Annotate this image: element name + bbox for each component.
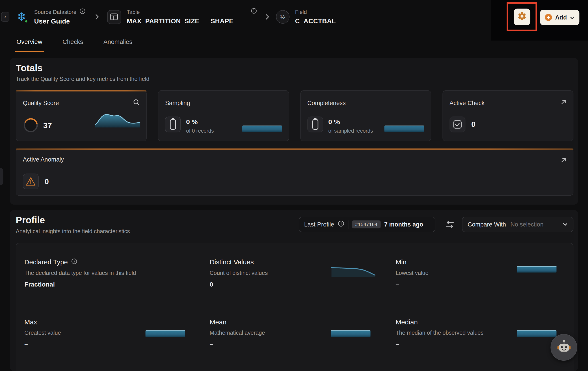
breadcrumb-field: Field C_ACCTBAL [295, 9, 336, 25]
metric-desc: The median of the observed values [396, 330, 508, 336]
metric-min: Min Lowest value – [396, 258, 508, 288]
profile-metrics-card: Declared Type The declared data type for… [16, 243, 573, 371]
sampling-value: 0 % [186, 118, 198, 126]
quality-score-value: 37 [43, 121, 52, 130]
external-link-icon[interactable] [560, 157, 567, 165]
plus-icon: + [545, 14, 552, 21]
external-link-icon[interactable] [560, 99, 567, 107]
table-icon [107, 10, 121, 24]
breadcrumb-source: Source Datastore User Guide [34, 8, 85, 26]
battery-icon [312, 119, 318, 130]
battery-icon [170, 119, 176, 130]
tab-checks[interactable]: Checks [62, 37, 84, 52]
profile-time-ago: 7 months ago [384, 221, 423, 228]
last-profile-label: Last Profile [304, 221, 334, 228]
add-button[interactable]: + Add [540, 10, 579, 25]
metric-value: – [24, 341, 137, 348]
max-sparkline [146, 330, 185, 337]
totals-title: Totals [16, 62, 42, 73]
profile-subtitle: Analytical insights into the field chara… [16, 228, 130, 234]
metric-value: – [396, 341, 508, 348]
breadcrumb-table: Table MAX_PARTITION_SIZE___SHAPE [126, 9, 233, 25]
metric-name: Min [396, 258, 407, 266]
tab-anomalies[interactable]: Anomalies [103, 37, 133, 52]
collapse-sidebar-button[interactable]: ‹ [1, 12, 10, 22]
profile-run-id-badge: #1547164 [352, 220, 380, 228]
field-type-icon: ½ [276, 10, 289, 23]
compare-with-value: No selection [510, 221, 543, 228]
completeness-icon-box [307, 116, 323, 132]
quality-score-sparkline [94, 111, 141, 130]
source-name[interactable]: User Guide [34, 18, 85, 26]
metric-name: Mean [210, 318, 226, 326]
active-anomaly-label: Active Anomaly [23, 156, 64, 163]
sampling-sparkline [242, 126, 282, 132]
sampling-label: Sampling [165, 100, 190, 106]
metric-name: Distinct Values [210, 258, 254, 266]
table-name[interactable]: MAX_PARTITION_SIZE___SHAPE [126, 17, 233, 25]
last-profile-info-icon[interactable] [338, 220, 344, 228]
completeness-value: 0 % [328, 118, 340, 126]
active-check-value: 0 [471, 120, 475, 129]
datastore-status-dot [24, 20, 28, 23]
info-icon[interactable] [71, 258, 77, 266]
totals-cards-row: Quality Score 37 Sampling [16, 90, 573, 141]
warning-triangle-icon-box [23, 174, 39, 189]
totals-section: Totals Track the Quality Score and key m… [10, 58, 578, 205]
active-anomaly-value: 0 [45, 177, 49, 186]
tab-overview[interactable]: Overview [16, 37, 43, 52]
metric-desc: The declared data type for values in thi… [24, 269, 137, 276]
active-check-card: Active Check 0 [442, 90, 573, 141]
completeness-card: Completeness 0 % of sampled records [300, 90, 431, 141]
gear-icon [517, 11, 527, 22]
metric-max: Max Greatest value – [24, 318, 137, 348]
active-check-label: Active Check [450, 100, 484, 106]
completeness-sparkline [384, 126, 424, 132]
compare-runs-icon[interactable] [445, 220, 455, 230]
metric-mean: Mean Mathematical average – [210, 318, 322, 348]
profile-section: Profile Analytical insights into the fie… [10, 210, 578, 371]
check-square-icon-box [450, 116, 465, 132]
compare-with-label: Compare With [468, 221, 506, 228]
table-info-icon[interactable] [251, 8, 257, 15]
sampling-caption: of 0 records [186, 128, 214, 134]
compare-with-dropdown[interactable]: Compare With No selection [462, 217, 573, 232]
app-root: ‹ ❄ Source Datastore User Guide Table MA… [0, 0, 588, 371]
breadcrumb: ‹ ❄ Source Datastore User Guide Table MA… [0, 0, 336, 34]
metric-desc: Lowest value [396, 269, 508, 276]
metric-value: – [396, 281, 508, 288]
metric-name: Median [396, 318, 418, 326]
field-type-label: Field [295, 9, 307, 15]
divider [348, 220, 348, 228]
robot-icon [556, 338, 572, 356]
profile-title: Profile [16, 215, 45, 226]
metric-median: Median The median of the observed values… [396, 318, 508, 348]
sampling-icon-box [165, 116, 181, 132]
chevron-down-icon [562, 223, 567, 226]
completeness-label: Completeness [307, 100, 346, 106]
metric-declared-type: Declared Type The declared data type for… [24, 258, 137, 288]
search-icon[interactable] [133, 99, 140, 108]
field-name[interactable]: C_ACCTBAL [295, 17, 336, 25]
drawer-handle[interactable] [0, 168, 3, 185]
completeness-caption: of sampled records [328, 128, 373, 134]
source-info-icon[interactable] [80, 8, 86, 15]
settings-button[interactable] [514, 9, 530, 25]
assistant-bot-button[interactable] [551, 334, 577, 361]
quality-score-label: Quality Score [23, 100, 59, 106]
active-anomaly-card: Active Anomaly 0 [16, 149, 573, 196]
table-type-label: Table [126, 9, 140, 15]
tab-bar: Overview Checks Anomalies [16, 37, 133, 52]
metric-name: Max [24, 318, 37, 326]
add-button-label: Add [555, 14, 567, 21]
metric-value: – [210, 341, 322, 348]
metric-desc: Mathematical average [210, 330, 322, 336]
chevron-right-icon [95, 13, 99, 20]
quality-score-card: Quality Score 37 [16, 90, 147, 141]
chevron-down-icon [570, 14, 574, 21]
chevron-right-icon [265, 13, 270, 20]
source-type-label: Source Datastore [34, 9, 76, 15]
datastore-icon-wrap: ❄ [14, 10, 29, 24]
distinct-values-sparkline [331, 265, 377, 278]
quality-score-gauge [23, 117, 39, 135]
